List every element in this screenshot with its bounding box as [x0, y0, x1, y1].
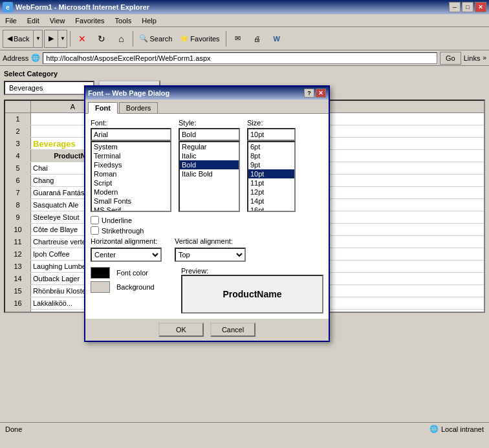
- alignment-row: Horizontal alignment: Left Center Right …: [91, 237, 323, 262]
- dialog-title-buttons: ? ✕: [304, 89, 326, 98]
- row-num: 7: [5, 187, 31, 198]
- list-item[interactable]: 10pt: [248, 169, 294, 178]
- menu-file[interactable]: File: [3, 16, 19, 25]
- list-item[interactable]: 6pt: [248, 142, 294, 151]
- links-arrow-icon: »: [483, 54, 486, 61]
- font-color-swatch[interactable]: [91, 267, 110, 279]
- strikethrough-checkbox[interactable]: [91, 226, 99, 235]
- menu-tools[interactable]: Tools: [113, 16, 135, 25]
- main-content: Select Category Beverages Condiments Con…: [0, 66, 489, 435]
- vertical-align-select[interactable]: Top Middle Bottom: [175, 248, 246, 262]
- menu-view[interactable]: View: [47, 16, 68, 25]
- list-item[interactable]: Terminal: [92, 151, 170, 160]
- favorites-icon: ⭐: [180, 34, 189, 43]
- refresh-icon: ↻: [98, 34, 105, 44]
- style-col: Style: Regular Italic Bold Italic Bold: [179, 119, 243, 212]
- underline-label: Underline: [102, 217, 132, 224]
- preview-label: Preview:: [181, 267, 208, 275]
- print-button[interactable]: 🖨: [248, 30, 266, 48]
- close-button[interactable]: ✕: [475, 2, 486, 12]
- menu-favorites[interactable]: Favorites: [72, 16, 107, 25]
- refresh-button[interactable]: ↻: [92, 30, 111, 48]
- list-item[interactable]: 12pt: [248, 187, 294, 197]
- dialog-close-button[interactable]: ✕: [316, 89, 326, 98]
- list-item[interactable]: Roman: [92, 169, 170, 178]
- color-section: Font color Background: [91, 264, 175, 314]
- address-input[interactable]: [43, 52, 437, 64]
- back-dropdown-button[interactable]: ▼: [34, 30, 43, 48]
- row-num: 9: [5, 211, 31, 223]
- home-button[interactable]: ⌂: [112, 30, 130, 48]
- preview-text: ProductName: [223, 289, 281, 299]
- color-preview-row: Font color Background Preview: ProductNa…: [91, 264, 323, 314]
- list-item[interactable]: 9pt: [248, 160, 294, 169]
- forward-arrow-icon: ▶: [49, 34, 54, 43]
- row-num: 5: [5, 162, 31, 174]
- list-item[interactable]: Bold: [180, 160, 239, 169]
- vertical-align-label: Vertical alignment:: [175, 237, 246, 245]
- cancel-button[interactable]: Cancel: [210, 323, 255, 337]
- list-item[interactable]: Italic: [180, 151, 239, 160]
- size-listbox[interactable]: 6pt 8pt 9pt 10pt 11pt 12pt 14pt 16pt 18p…: [247, 141, 296, 212]
- tab-font[interactable]: Font: [88, 102, 118, 114]
- underline-checkbox[interactable]: [91, 216, 99, 224]
- forward-button[interactable]: ▶: [44, 30, 58, 48]
- menu-bar: File Edit View Favorites Tools Help: [0, 14, 489, 27]
- size-input[interactable]: [247, 128, 296, 141]
- style-label: Style:: [179, 119, 243, 127]
- list-item[interactable]: Regular: [180, 142, 239, 151]
- font-color-row: Font color: [91, 267, 175, 279]
- list-item[interactable]: Fixedsys: [92, 160, 170, 169]
- style-listbox[interactable]: Regular Italic Bold Italic Bold: [179, 141, 240, 212]
- back-button[interactable]: ◀ Back: [3, 30, 34, 48]
- dialog-tabs: Font Borders: [85, 100, 329, 114]
- forward-dropdown-button[interactable]: ▼: [58, 30, 67, 48]
- toolbar-sep-2: [133, 31, 133, 47]
- dialog-help-button[interactable]: ?: [304, 89, 314, 98]
- list-item[interactable]: 8pt: [248, 151, 294, 160]
- horizontal-align-select[interactable]: Left Center Right General: [91, 248, 162, 262]
- underline-row: Underline: [91, 216, 323, 224]
- zone-icon: 🌐: [429, 425, 439, 433]
- font-col: Font: System Terminal Fixedsys Roman Scr…: [91, 119, 175, 212]
- go-button[interactable]: Go: [440, 52, 461, 65]
- row-num: 11: [5, 236, 31, 248]
- title-bar: e WebForm1 - Microsoft Internet Explorer…: [0, 0, 489, 14]
- horizontal-align-group: Horizontal alignment: Left Center Right …: [91, 237, 162, 262]
- toolbar: ◀ Back ▼ ▶ ▼ ✕ ↻ ⌂ 🔍 Search ⭐ Favorites …: [0, 27, 489, 50]
- background-color-swatch[interactable]: [91, 281, 110, 293]
- vertical-align-group: Vertical alignment: Top Middle Bottom: [175, 237, 246, 262]
- stop-button[interactable]: ✕: [73, 30, 91, 48]
- mail-button[interactable]: ✉: [229, 30, 247, 48]
- list-item[interactable]: Italic Bold: [180, 169, 239, 178]
- maximize-button[interactable]: □: [462, 2, 473, 12]
- home-icon: ⌂: [118, 34, 124, 44]
- search-button[interactable]: 🔍 Search: [136, 30, 175, 48]
- address-label: Address: [3, 54, 28, 62]
- list-item[interactable]: Small Fonts: [92, 197, 170, 206]
- list-item[interactable]: Modern: [92, 187, 170, 197]
- font-listbox[interactable]: System Terminal Fixedsys Roman Script Mo…: [91, 141, 171, 212]
- list-item[interactable]: 16pt: [248, 206, 294, 212]
- ok-button[interactable]: OK: [158, 323, 204, 337]
- menu-help[interactable]: Help: [139, 16, 159, 25]
- minimize-button[interactable]: ─: [449, 2, 461, 12]
- list-item[interactable]: Script: [92, 178, 170, 187]
- font-dialog: Font -- Web Page Dialog ? ✕ Font Borders…: [84, 85, 330, 342]
- list-item[interactable]: System: [92, 142, 170, 151]
- search-label: Search: [149, 35, 172, 43]
- list-item[interactable]: MS Serif: [92, 206, 170, 212]
- list-item[interactable]: 11pt: [248, 178, 294, 187]
- menu-edit[interactable]: Edit: [25, 16, 42, 25]
- tab-borders[interactable]: Borders: [119, 102, 158, 113]
- mail-icon: ✉: [235, 34, 241, 43]
- favorites-button[interactable]: ⭐ Favorites: [177, 30, 223, 48]
- style-input[interactable]: [179, 128, 240, 141]
- list-item[interactable]: 14pt: [248, 197, 294, 206]
- back-label: Back: [14, 35, 29, 43]
- title-bar-buttons: ─ □ ✕: [449, 2, 486, 12]
- font-input[interactable]: [91, 128, 171, 141]
- category-select[interactable]: Beverages Condiments Confections Dairy P…: [4, 81, 94, 95]
- word-icon: W: [273, 35, 279, 43]
- word-button[interactable]: W: [268, 30, 286, 48]
